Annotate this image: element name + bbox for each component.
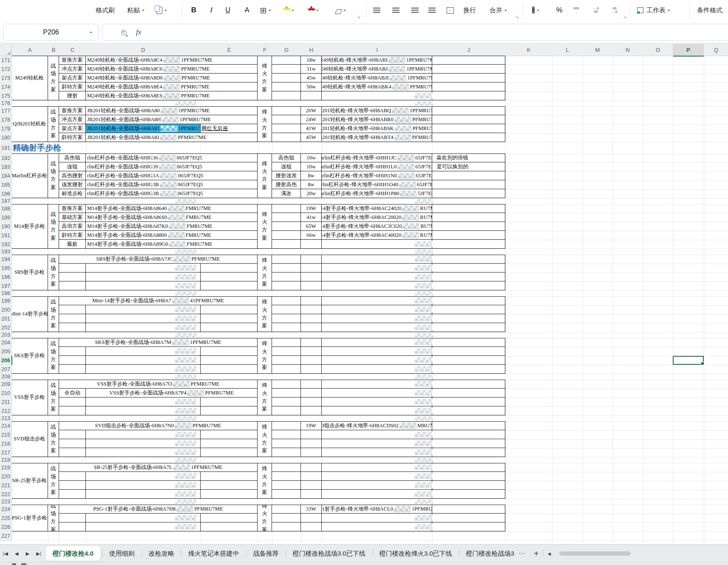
price-cell[interactable]: 31w — [301, 65, 322, 74]
battle-plan-label-cell[interactable]: 战场方案 — [48, 421, 59, 457]
note-cell[interactable] — [432, 222, 505, 231]
row-header-185[interactable]: 185 — [0, 180, 12, 190]
note-cell[interactable] — [432, 124, 505, 133]
price-cell[interactable]: 41W — [301, 124, 322, 133]
note-cell[interactable] — [432, 338, 505, 347]
sheet-tab-7[interactable]: 橙门楼改枪烽火3.0已下线 — [373, 545, 459, 562]
row-header-197[interactable]: 197 — [0, 281, 12, 291]
weapon-code-cell[interactable]: VSS射手步枪-全面战场-6H8A7P4PFMRU7ME — [86, 389, 258, 397]
fire-plan-type-cell[interactable] — [272, 323, 301, 332]
increase-decimal-button[interactable]: .00→.0 — [609, 0, 620, 20]
conditional-format-button[interactable]: 条件格式 — [697, 0, 722, 20]
weapon-code-cell[interactable]: JB201轻机枪-全面战场-6H8A811PFMRU7M — [86, 124, 201, 133]
empty-cell[interactable] — [201, 356, 258, 365]
note-cell[interactable] — [432, 323, 505, 332]
dialog-launcher-icon[interactable]: ↘ — [357, 14, 360, 19]
empty-cell[interactable] — [59, 430, 86, 439]
battle-plan-label-cell[interactable]: 战场方案 — [48, 153, 59, 198]
fire-code-cell[interactable]: PSG-1射手步枪-烽火地带-6H8ACL01PFMRU7ME — [322, 505, 432, 514]
thousands-separator-button[interactable]: 000, — [571, 0, 581, 20]
empty-cell[interactable] — [59, 365, 86, 374]
tab-scrollbar[interactable] — [559, 551, 631, 556]
nav-prev-button[interactable]: ◀ — [11, 551, 22, 556]
row-header-218[interactable]: 218 — [0, 457, 12, 463]
price-cell[interactable] — [301, 448, 322, 457]
row-header-178[interactable]: 178 — [0, 115, 12, 125]
fire-plan-type-cell[interactable] — [272, 65, 301, 74]
price-cell[interactable] — [301, 91, 322, 100]
plan-type-cell[interactable]: 斜特方案 — [59, 133, 86, 142]
fx-icon[interactable]: fx — [136, 28, 141, 37]
empty-cell[interactable] — [59, 323, 86, 332]
row-header-181[interactable]: 181 — [0, 142, 12, 154]
fire-plan-type-cell[interactable] — [272, 231, 301, 240]
empty-cell[interactable] — [59, 347, 86, 356]
weapon-code-cell[interactable]: M249轻机枪-全面战场-6H8A8C0PFMRU7ME — [86, 65, 258, 74]
fire-plan-type-cell[interactable]: 满改 — [272, 189, 301, 198]
empty-cell[interactable] — [201, 323, 258, 332]
fire-plan-type-cell[interactable]: 腰射连发 — [272, 171, 301, 180]
fire-plan-label-cell[interactable]: 烽火方案 — [258, 296, 272, 332]
note-cell[interactable] — [432, 365, 505, 374]
column-header-C[interactable]: C — [59, 44, 86, 56]
strikethrough-button[interactable]: A — [242, 0, 252, 20]
fire-plan-label-cell[interactable]: 烽火方案 — [258, 255, 272, 290]
plan-type-cell[interactable]: 首推方案 — [59, 56, 86, 65]
fire-code-cell[interactable]: QJB201轻机枪-烽火地带-6H8ABT4PFMRU7ME — [322, 133, 432, 142]
row-header-222[interactable]: 222 — [0, 490, 12, 499]
empty-cell[interactable] — [59, 439, 86, 448]
note-cell[interactable] — [432, 439, 505, 448]
fire-plan-type-cell[interactable] — [272, 56, 301, 65]
plan-type-cell[interactable]: 首推方案 — [59, 106, 86, 115]
note-cell[interactable] — [432, 180, 505, 189]
fire-code-cell[interactable]: M249轻机枪-烽火地带-6H8ABI1PFMRU7ME — [322, 56, 432, 65]
price-cell[interactable] — [301, 356, 322, 365]
paste-button[interactable]: 粘贴 — [127, 0, 144, 20]
fire-code-cell[interactable]: Marlin杠杆步枪-烽火地带-6HIH1JC65JF7EQ5 — [322, 153, 432, 162]
weapon-code-cell[interactable]: M14射手步枪-全面战场-6H8A8640FMRU7ME — [86, 204, 258, 213]
empty-cell[interactable] — [59, 314, 86, 323]
fire-code-cell[interactable]: Marlin杠杆步枪-烽火地带-6HIH1P805JF7EQ5 — [322, 189, 432, 198]
fire-code-cell[interactable]: QJB201轻机枪-烽火地带-6H8ABR0PFMRU7ME — [322, 115, 432, 124]
price-cell[interactable] — [301, 264, 322, 273]
plan-type-cell[interactable]: 全自动 — [59, 389, 86, 397]
fire-code-cell[interactable]: Marlin杠杆步枪-烽火地带-6HIH1O4065JF7EQ5 — [322, 180, 432, 189]
empty-cell[interactable] — [59, 406, 86, 415]
row-header-224[interactable]: 224 — [0, 505, 12, 514]
empty-cell[interactable] — [59, 481, 86, 490]
price-cell[interactable]: 10w — [301, 153, 322, 162]
row-header-211[interactable]: 211 — [0, 397, 12, 407]
empty-cell[interactable] — [59, 397, 86, 406]
note-cell[interactable] — [432, 56, 505, 65]
price-cell[interactable] — [301, 255, 322, 264]
fire-plan-type-cell[interactable] — [272, 397, 301, 406]
row-header-180[interactable]: 180 — [0, 133, 12, 142]
row-header-182[interactable]: 182 — [0, 153, 12, 163]
bold-button[interactable]: B — [190, 0, 198, 20]
row-header-193[interactable]: 193 — [0, 249, 12, 255]
fire-code-cell[interactable]: QJB201轻机枪-烽火地带-6H8ABSKPFMRU7ME — [322, 124, 432, 133]
plan-type-cell[interactable]: 连发腰射 — [59, 180, 86, 189]
plan-type-cell[interactable]: 高倍方案 — [59, 222, 86, 231]
empty-cell[interactable] — [59, 273, 86, 281]
battle-plan-label-cell[interactable]: 战场方案 — [48, 56, 59, 100]
weapon-code-cell[interactable]: M249轻机枪-全面战场-6H8A8ESPFMRU7ME — [86, 91, 258, 100]
italic-button[interactable]: I — [207, 0, 215, 20]
group-name-cell[interactable]: QJB201轻机枪 — [11, 106, 48, 142]
row-header-198[interactable]: 198 — [0, 290, 12, 297]
fire-plan-type-cell[interactable] — [272, 133, 301, 142]
note-cell[interactable] — [432, 421, 505, 430]
dialog-launcher-icon[interactable]: ↘ — [515, 14, 518, 19]
weapon-code-cell[interactable]: M14射手步枪-全面战场-6H8A86S0FMRU7ME — [86, 213, 258, 222]
note-cell[interactable] — [432, 448, 505, 457]
column-header-P[interactable]: P — [673, 44, 704, 57]
price-cell[interactable] — [301, 296, 322, 305]
battle-plan-label-cell[interactable]: 战场方案 — [48, 338, 59, 374]
fire-plan-type-cell[interactable] — [272, 356, 301, 365]
fire-plan-type-cell[interactable] — [272, 91, 301, 100]
merge-cells-button[interactable]: 合并 — [490, 0, 507, 20]
weapon-code-cell[interactable]: rlin杠杆步枪-全面战场-6HIG3B065JF7EQ5 — [86, 189, 258, 198]
price-cell[interactable]: 19W — [301, 204, 322, 213]
empty-cell[interactable] — [201, 314, 258, 323]
group-name-cell[interactable]: SR9射手步枪 — [11, 255, 48, 290]
